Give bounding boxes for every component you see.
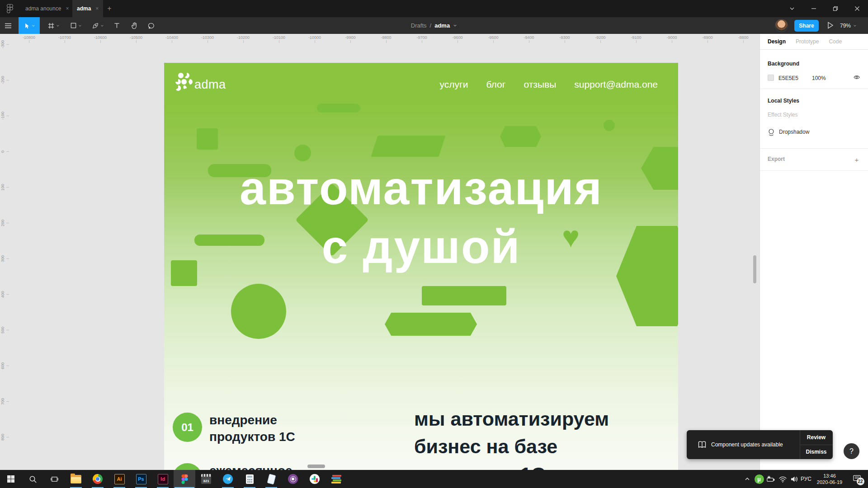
breadcrumb-separator: / <box>430 22 432 29</box>
right-heading[interactable]: мы автоматизируем бизнес на базе <box>414 405 609 460</box>
chevron-down-icon <box>78 24 82 28</box>
wifi-icon[interactable] <box>777 470 788 488</box>
winrar-button[interactable] <box>326 470 347 488</box>
visibility-toggle[interactable] <box>853 74 860 82</box>
windows-start-icon <box>7 475 15 483</box>
h-ruler-tick <box>386 40 387 43</box>
design-frame[interactable]: ♥ adma услуги блог отзывы support@adma.o… <box>164 63 678 488</box>
shape-tool-button[interactable] <box>66 17 86 34</box>
shape-hexagon[interactable] <box>500 126 541 147</box>
chevron-down-icon[interactable] <box>453 23 457 28</box>
avatar[interactable] <box>775 19 788 32</box>
background-color-swatch[interactable] <box>768 75 774 81</box>
tab-design[interactable]: Design <box>768 38 786 45</box>
review-button[interactable]: Review <box>800 430 833 445</box>
clock[interactable]: 13:46 2020-06-19 <box>814 470 845 488</box>
add-export-button[interactable]: + <box>853 156 860 163</box>
tray-time: 13:46 <box>823 473 836 479</box>
canvas[interactable]: -10800-10700-10600-10500-10400-10300-102… <box>0 34 760 488</box>
tab-prototype[interactable]: Prototype <box>796 38 819 45</box>
background-opacity-value[interactable]: 100% <box>812 75 826 81</box>
present-button[interactable] <box>827 21 834 31</box>
chrome-button[interactable] <box>87 470 108 488</box>
pen-tool-button[interactable] <box>88 17 108 34</box>
nav-reviews[interactable]: отзывы <box>524 79 556 90</box>
calculator-button[interactable] <box>239 470 260 488</box>
telegram-button[interactable] <box>217 470 239 488</box>
help-button[interactable]: ? <box>844 443 859 459</box>
canvas-scrollbar[interactable] <box>753 255 756 283</box>
minimize-button[interactable] <box>803 0 825 17</box>
site-nav: услуги блог отзывы support@adma.one <box>440 79 658 90</box>
h-ruler-label: -9300 <box>559 35 570 40</box>
telegram-icon <box>223 474 233 484</box>
text-tool-button[interactable] <box>108 17 125 34</box>
main-menu-button[interactable] <box>0 17 16 34</box>
indesign-icon: Id <box>158 474 168 484</box>
nav-blog[interactable]: блог <box>486 79 506 90</box>
mpc-button[interactable]: 321 <box>195 470 217 488</box>
new-tab-button[interactable]: + <box>104 0 115 17</box>
illustrator-button[interactable]: Ai <box>108 470 130 488</box>
move-tool-button[interactable] <box>19 17 40 34</box>
figma-button[interactable] <box>174 470 195 488</box>
hero-heading-line2[interactable]: с душой <box>164 220 678 274</box>
comment-bubble-icon <box>148 22 155 29</box>
search-button[interactable] <box>22 470 43 488</box>
shape-circle-small[interactable] <box>604 120 615 131</box>
hero-heading-line1[interactable]: автоматизация <box>164 161 678 215</box>
divider-dash[interactable] <box>307 465 325 468</box>
start-button[interactable] <box>0 470 22 488</box>
close-icon[interactable]: × <box>66 5 69 12</box>
restore-button[interactable] <box>825 0 846 17</box>
tab-adma-anounce[interactable]: adma anounce × <box>18 0 72 17</box>
style-dropshadow-row[interactable]: Dropshadow <box>760 125 868 139</box>
tab-adma-active[interactable]: adma × <box>72 0 103 17</box>
breadcrumb-folder[interactable]: Drafts <box>411 22 427 29</box>
task-view-button[interactable] <box>43 470 65 488</box>
slack-button[interactable] <box>304 470 326 488</box>
background-hex-value[interactable]: E5E5E5 <box>778 75 798 81</box>
h-ruler-label: -10600 <box>94 35 107 40</box>
notes-app-button[interactable] <box>260 470 282 488</box>
indesign-button[interactable]: Id <box>152 470 174 488</box>
shape-square[interactable] <box>197 128 218 150</box>
file-explorer-button[interactable] <box>65 470 87 488</box>
service-badge-01[interactable]: 01 <box>173 413 202 442</box>
v-ruler-tick <box>6 330 9 330</box>
frame-tool-button[interactable] <box>43 17 63 34</box>
service-label-1[interactable]: внедрение продуктов 1С <box>209 412 295 445</box>
shape-parallelogram[interactable] <box>371 136 445 157</box>
tor-button[interactable] <box>282 470 304 488</box>
zoom-menu[interactable]: 79% <box>840 17 857 34</box>
nav-email[interactable]: support@adma.one <box>574 79 658 90</box>
breadcrumb-file[interactable]: adma <box>434 22 450 29</box>
shape-rectangle[interactable] <box>422 286 506 305</box>
adma-logo[interactable]: adma <box>175 72 226 92</box>
notification-center-button[interactable]: 22 <box>848 470 865 488</box>
photoshop-button[interactable]: Ps <box>130 470 152 488</box>
shape-circle[interactable] <box>294 145 311 161</box>
share-button[interactable]: Share <box>794 20 819 32</box>
figma-logo-icon <box>6 4 14 15</box>
close-icon[interactable]: × <box>95 5 99 12</box>
shape-circle-big[interactable] <box>231 284 286 339</box>
window-menu-button[interactable] <box>781 0 803 17</box>
v-ruler-tick <box>6 187 9 188</box>
book-icon <box>698 441 707 449</box>
utorrent-tray-icon[interactable]: µ <box>753 470 765 488</box>
tray-expand-button[interactable] <box>741 470 753 488</box>
shape-bar[interactable] <box>317 103 360 113</box>
comment-tool-button[interactable] <box>143 17 160 34</box>
shape-hexagon-wide[interactable] <box>385 313 477 336</box>
close-window-button[interactable] <box>846 0 868 17</box>
battery-icon[interactable] <box>765 470 777 488</box>
tab-code[interactable]: Code <box>829 38 842 45</box>
frame-icon <box>47 22 55 29</box>
h-ruler-label: -10300 <box>201 35 214 40</box>
hand-tool-button[interactable] <box>126 17 143 34</box>
language-indicator[interactable]: РУС <box>798 470 814 488</box>
dismiss-button[interactable]: Dismiss <box>800 445 833 459</box>
nav-services[interactable]: услуги <box>440 79 468 90</box>
export-section-title: Export <box>768 156 785 162</box>
